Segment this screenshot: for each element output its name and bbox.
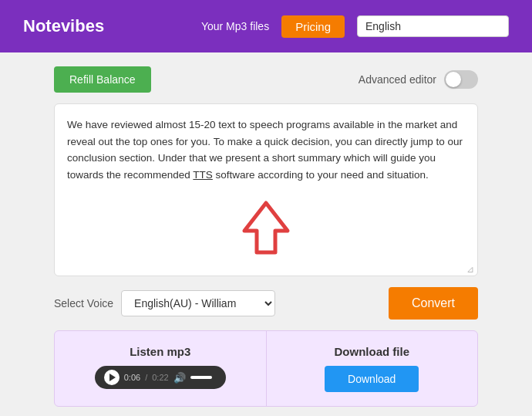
top-bar: Refill Balance Advanced editor	[54, 66, 478, 93]
editor-text: We have reviewed almost 15-20 text to sp…	[67, 117, 465, 183]
volume-icon[interactable]: 🔊	[173, 372, 186, 384]
play-icon	[109, 374, 116, 381]
language-selector[interactable]	[357, 15, 509, 37]
editor-text-main: We have reviewed almost 15-20 text to sp…	[67, 119, 463, 181]
volume-bar[interactable]	[190, 376, 212, 379]
play-button[interactable]	[104, 370, 120, 385]
time-slash: /	[145, 373, 147, 382]
advanced-editor-label: Advanced editor	[359, 73, 436, 86]
audio-download-card: Listen mp3 0:06 / 0:22 🔊 Download file D…	[54, 330, 478, 407]
text-editor-card: We have reviewed almost 15-20 text to sp…	[54, 103, 478, 276]
resize-handle: ⊿	[466, 265, 474, 274]
mp3-files-link[interactable]: Your Mp3 files	[201, 20, 269, 32]
refill-balance-button[interactable]: Refill Balance	[54, 66, 151, 93]
download-section: Download file Download	[267, 331, 478, 406]
app-logo: Notevibes	[23, 16, 104, 36]
header: Notevibes Your Mp3 files Pricing	[0, 0, 532, 52]
time-current: 0:06	[124, 373, 140, 382]
convert-button[interactable]: Convert	[389, 287, 478, 320]
time-total: 0:22	[152, 373, 168, 382]
audio-player: 0:06 / 0:22 🔊	[95, 366, 226, 389]
advanced-editor-toggle[interactable]	[444, 70, 478, 89]
pricing-button[interactable]: Pricing	[281, 15, 345, 38]
voice-convert-row: Select Voice English(AU) - William Conve…	[54, 287, 478, 320]
download-title: Download file	[335, 345, 410, 358]
listen-section: Listen mp3 0:06 / 0:22 🔊	[55, 331, 267, 406]
svg-marker-0	[244, 203, 288, 252]
header-right: Your Mp3 files Pricing	[201, 15, 509, 38]
download-button[interactable]: Download	[325, 366, 419, 392]
advanced-editor-row: Advanced editor	[359, 70, 478, 89]
voice-left: Select Voice English(AU) - William	[54, 290, 275, 316]
voice-select[interactable]: English(AU) - William	[121, 290, 275, 316]
voice-label: Select Voice	[54, 297, 113, 309]
main-content: Refill Balance Advanced editor We have r…	[0, 52, 532, 416]
upload-arrow-area	[67, 189, 465, 263]
listen-title: Listen mp3	[130, 345, 190, 358]
upload-arrow-icon	[235, 197, 297, 259]
